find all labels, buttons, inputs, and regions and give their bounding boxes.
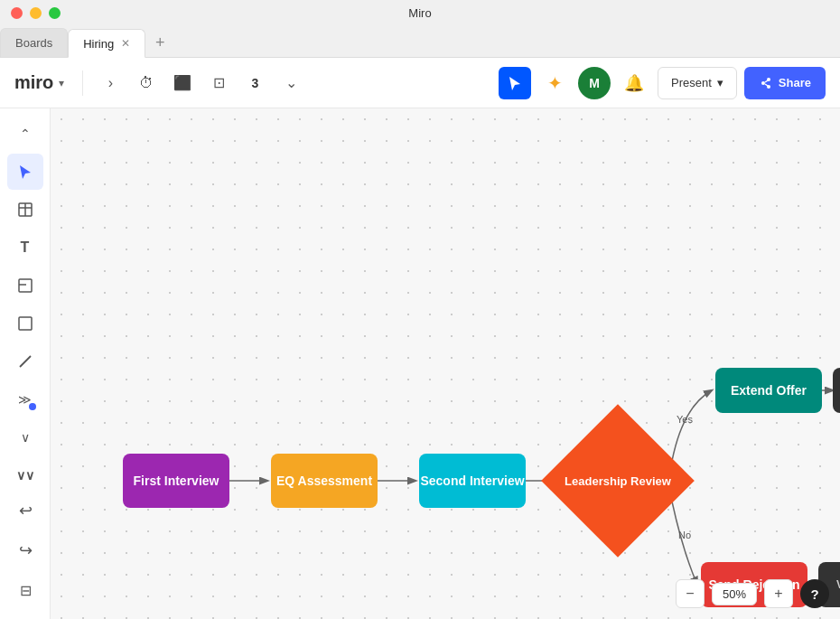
svg-rect-10 (19, 317, 32, 330)
logo-text: miro (14, 72, 53, 93)
notifications-button[interactable]: 🔔 (618, 67, 650, 99)
collapse-button[interactable]: ⌃ (7, 116, 43, 152)
title-bar: Miro (0, 0, 840, 25)
forward-button[interactable]: › (94, 67, 126, 99)
shape-tool[interactable] (7, 305, 43, 342)
node-leadership-review-text: Leadership Review (564, 427, 672, 535)
svg-point-0 (761, 81, 765, 85)
node-offer-partial[interactable]: Offer (833, 368, 840, 413)
node-first-interview[interactable]: First Interview (123, 454, 229, 508)
redo-button[interactable]: ↪ (7, 532, 43, 568)
node-extend-offer[interactable]: Extend Offer (715, 368, 822, 413)
share-button[interactable]: Share (744, 67, 826, 99)
present-chevron-icon: ▾ (717, 76, 723, 89)
toolbar-separator (82, 70, 83, 96)
main-layout: ⌃ T ≫ ∨ ∨∨ (0, 108, 840, 619)
main-toolbar: miro ▾ › ⏱ ⬛ ⊡ 3 ⌄ ✦ M 🔔 Present ▾ Share (0, 58, 840, 108)
line-tool[interactable] (7, 343, 43, 380)
tab-close-icon[interactable]: ✕ (121, 38, 130, 49)
cursor-tool-button[interactable] (499, 67, 531, 99)
select-tool[interactable] (7, 154, 43, 190)
connect-tool-container: ≫ (7, 381, 43, 417)
more-tools-button[interactable]: ⌄ (275, 67, 307, 99)
svg-rect-8 (19, 279, 32, 292)
logo-chevron-icon[interactable]: ▾ (59, 77, 64, 89)
miro-logo[interactable]: miro ▾ (14, 72, 64, 93)
minimize-button[interactable] (30, 7, 42, 19)
number-button[interactable]: 3 (238, 67, 271, 99)
present-button[interactable]: Present ▾ (658, 67, 737, 99)
tab-hiring[interactable]: Hiring ✕ (68, 29, 145, 58)
left-bottom-tools: ↩ ↪ ⊟ (7, 492, 43, 608)
toolbar-left: miro ▾ › ⏱ ⬛ ⊡ 3 ⌄ (14, 67, 307, 99)
tab-bar: Boards Hiring ✕ + (0, 25, 840, 58)
timer-button[interactable]: ⏱ (130, 67, 163, 99)
panel-button[interactable]: ⊟ (7, 572, 43, 608)
svg-line-11 (20, 356, 31, 367)
extra-tools[interactable]: ∨∨ (7, 457, 43, 493)
toolbar-right: ✦ M 🔔 Present ▾ Share (499, 67, 826, 99)
node-second-interview[interactable]: Second Interview (419, 454, 526, 508)
maximize-button[interactable] (49, 7, 61, 19)
svg-text:Yes: Yes (677, 414, 693, 425)
sparkle-button[interactable]: ✦ (538, 67, 571, 99)
undo-button[interactable]: ↩ (7, 492, 43, 529)
window-controls[interactable] (11, 7, 61, 19)
canvas[interactable]: Yes No First Interview EQ Assessment Sec… (51, 108, 840, 619)
more-tools[interactable]: ∨ (7, 419, 43, 455)
sticky-tool[interactable] (7, 267, 43, 304)
tool-indicator (29, 403, 36, 410)
close-button[interactable] (11, 7, 23, 19)
window-title: Miro (408, 6, 431, 20)
tab-add-button[interactable]: + (145, 28, 174, 57)
flowchart-arrows: Yes No (51, 108, 840, 619)
avatar[interactable]: M (578, 67, 611, 99)
zoom-level-display[interactable]: 50% (712, 583, 757, 605)
svg-text:No: No (678, 530, 691, 540)
focus-button[interactable]: ⊡ (202, 67, 235, 99)
text-tool[interactable]: T (7, 230, 43, 266)
connect-tool[interactable]: ≫ (7, 381, 43, 417)
tab-boards[interactable]: Boards (0, 28, 68, 57)
svg-line-4 (765, 84, 768, 86)
screen-button[interactable]: ⬛ (166, 67, 199, 99)
zoom-out-button[interactable]: − (676, 579, 705, 608)
help-button[interactable]: ? (800, 579, 829, 608)
table-tool[interactable] (7, 192, 43, 228)
bottom-bar: − 50% + ? (676, 579, 829, 608)
node-eq-assessment[interactable]: EQ Assessment (271, 454, 378, 508)
svg-line-3 (765, 80, 768, 82)
zoom-in-button[interactable]: + (764, 579, 793, 608)
